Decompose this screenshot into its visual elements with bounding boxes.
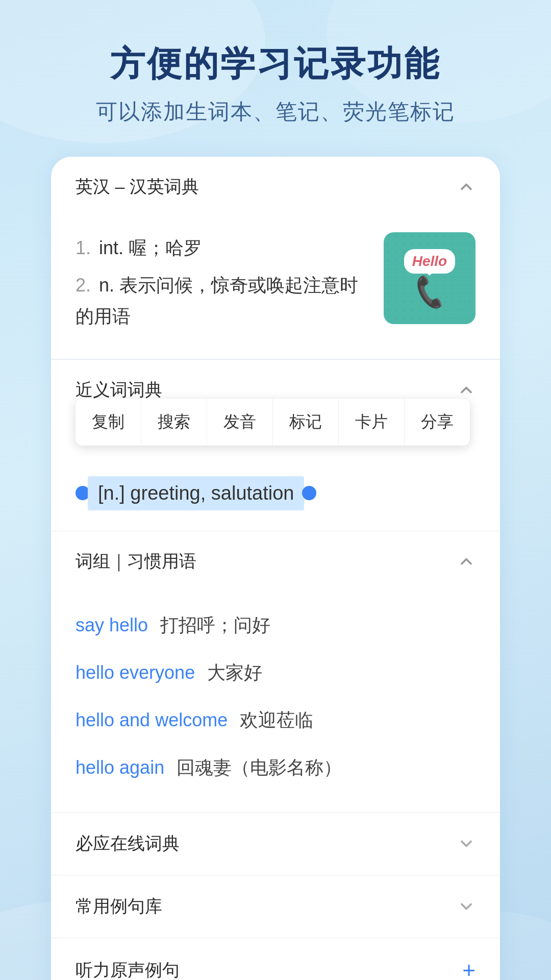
phrases-section-header[interactable]: 词组｜习惯用语 [51, 531, 500, 592]
phrases-chevron-icon [457, 552, 475, 571]
context-menu-search[interactable]: 搜索 [141, 399, 207, 446]
phrases-section-title: 词组｜习惯用语 [76, 550, 196, 573]
phrase-item-say-hello[interactable]: say hello 打招呼；问好 [76, 602, 475, 649]
phrase-en-hello-everyone: hello everyone [76, 662, 195, 683]
def-item-2: 2. n. 表示问候，惊奇或唤起注意时的用语 [76, 270, 384, 332]
example-section-header[interactable]: 常用例句库 [51, 875, 500, 938]
phrase-item-hello-everyone[interactable]: hello everyone 大家好 [76, 649, 475, 697]
dict-section-header[interactable]: 英汉 – 汉英词典 [51, 157, 500, 217]
hello-image: Hello 📞 [384, 232, 475, 324]
listening-section-title: 听力原声例句 [76, 959, 180, 980]
biyng-chevron-icon [457, 835, 475, 853]
synonym-section-title: 近义词词典 [76, 378, 162, 402]
phrases-section: 词组｜习惯用语 say hello 打招呼；问好 hello everyone … [51, 531, 500, 812]
synonym-chevron-icon [457, 381, 475, 399]
selected-text-row: [n.] greeting, salutation [76, 476, 475, 510]
phrase-zh-hello-welcome: 欢迎莅临 [240, 708, 313, 733]
definitions: 1. int. 喔；哈罗 2. n. 表示问候，惊奇或唤起注意时的用语 [76, 232, 384, 338]
phrase-item-hello-again[interactable]: hello again 回魂妻（电影名称） [76, 744, 475, 792]
context-menu-mark[interactable]: 标记 [273, 399, 339, 446]
synonym-section: 近义词词典 复制 搜索 发音 标记 卡片 分享 [n.] greeting, s… [51, 359, 500, 531]
header-section: 方便的学习记录功能 可以添加生词本、笔记、荧光笔标记 [65, 41, 486, 126]
phrases-content: say hello 打招呼；问好 hello everyone 大家好 hell… [51, 592, 500, 812]
context-menu-share[interactable]: 分享 [405, 399, 470, 446]
sub-title: 可以添加生词本、笔记、荧光笔标记 [96, 97, 455, 126]
hand-phone: 📞 [410, 273, 450, 311]
phrase-en-say-hello: say hello [76, 615, 148, 636]
context-menu-card[interactable]: 卡片 [339, 399, 405, 446]
dict-chevron-icon [457, 178, 475, 196]
plus-icon: + [462, 958, 475, 980]
example-chevron-icon [457, 897, 475, 916]
biyng-section: 必应在线词典 [51, 812, 500, 875]
phrase-zh-say-hello: 打招呼；问好 [160, 613, 270, 638]
selection-handle-right [302, 486, 316, 500]
listening-section-header[interactable]: 听力原声例句 + [51, 938, 500, 980]
example-section-title: 常用例句库 [76, 895, 162, 918]
def-item-1: 1. int. 喔；哈罗 [76, 232, 384, 263]
tel-icon: Hello 📞 [404, 249, 455, 308]
phrase-item-hello-welcome[interactable]: hello and welcome 欢迎莅临 [76, 697, 475, 744]
page-content: 方便的学习记录功能 可以添加生词本、笔记、荧光笔标记 英汉 – 汉英词典 1. … [0, 0, 551, 980]
main-card: 英汉 – 汉英词典 1. int. 喔；哈罗 2. n. 表示问候，惊奇或唤起注… [51, 157, 500, 980]
phrase-en-hello-welcome: hello and welcome [76, 709, 228, 731]
phrase-zh-hello-everyone: 大家好 [207, 660, 262, 685]
main-title: 方便的学习记录功能 [96, 41, 455, 87]
biyng-section-title: 必应在线词典 [76, 832, 180, 855]
context-menu: 复制 搜索 发音 标记 卡片 分享 [76, 399, 470, 446]
selected-text: [n.] greeting, salutation [88, 476, 304, 510]
example-section: 常用例句库 [51, 875, 500, 938]
context-menu-copy[interactable]: 复制 [76, 399, 141, 446]
phrase-en-hello-again: hello again [76, 757, 164, 778]
context-menu-pronounce[interactable]: 发音 [207, 399, 273, 446]
dict-section: 英汉 – 汉英词典 1. int. 喔；哈罗 2. n. 表示问候，惊奇或唤起注… [51, 157, 500, 359]
phrase-zh-hello-again: 回魂妻（电影名称） [177, 755, 342, 780]
dict-section-title: 英汉 – 汉英词典 [76, 175, 199, 199]
listening-section: 听力原声例句 + [51, 938, 500, 980]
biyng-section-header[interactable]: 必应在线词典 [51, 813, 500, 875]
speech-bubble: Hello [404, 249, 455, 274]
definition-content: 1. int. 喔；哈罗 2. n. 表示问候，惊奇或唤起注意时的用语 Hell… [51, 217, 500, 359]
